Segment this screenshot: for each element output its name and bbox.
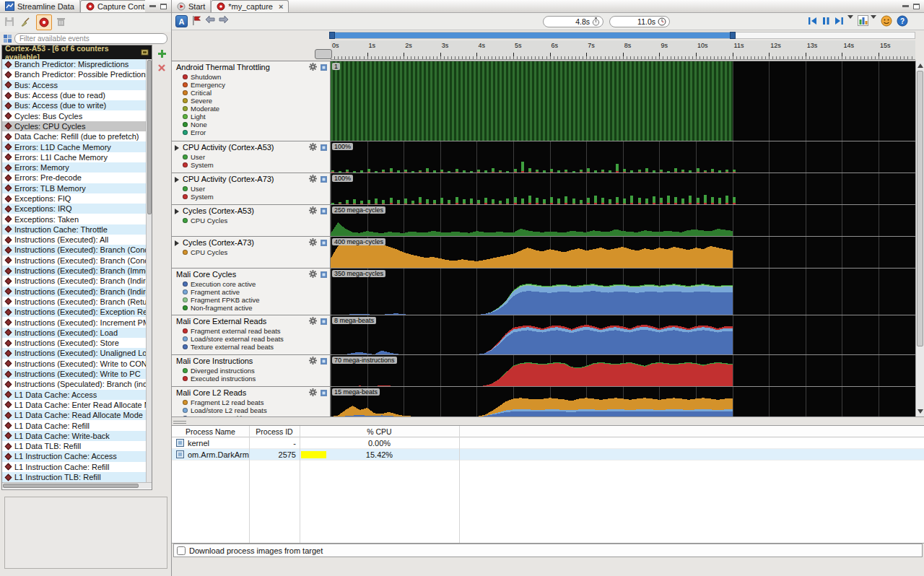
counter-list-item[interactable]: Errors: L1I Cache Memory — [2, 152, 147, 162]
counter-list-item[interactable]: Branch Predictor: Mispredictions — [2, 59, 147, 69]
counter-list-item[interactable]: L1 Data Cache: Write-back — [2, 431, 147, 441]
chart-canvas[interactable]: 8 mega-beats — [331, 315, 915, 354]
chart-settings-gear-icon[interactable] — [309, 206, 317, 216]
charts-vscrollbar[interactable] — [915, 61, 924, 416]
counter-list-item[interactable]: Instructions (Executed): Exception Retur — [2, 307, 147, 317]
counter-list-item[interactable]: Instructions (Executed): Branch (Indirec… — [2, 287, 147, 297]
counter-list-item[interactable]: Instructions (Executed): Write to PC — [2, 369, 147, 379]
chart-label-panel[interactable]: Mali Core L2 ReadsFragment L2 read beats… — [172, 387, 331, 416]
chart-config-icon[interactable] — [858, 15, 870, 27]
timeline-selection-track[interactable] — [331, 32, 915, 39]
chart-label-panel[interactable]: Mali Core External ReadsFragment externa… — [172, 315, 331, 354]
chart-color-box-icon[interactable] — [321, 208, 327, 214]
expander-icon[interactable] — [175, 177, 179, 183]
counter-list-item[interactable]: Instructions (Speculated): Branch (indir… — [2, 379, 147, 389]
goto-next-icon[interactable] — [218, 15, 230, 27]
expander-icon[interactable] — [175, 240, 179, 246]
counter-vscroll-thumb[interactable] — [147, 60, 152, 214]
charts-table-splitter[interactable] — [172, 416, 924, 426]
counter-list-item[interactable]: L1 Data Cache: Access — [2, 390, 147, 400]
remove-counter-button[interactable] — [155, 62, 168, 74]
chart-label-panel[interactable]: Android Thermal ThrottlingShutdownEmerge… — [172, 61, 331, 141]
chart-settings-gear-icon[interactable] — [309, 317, 317, 326]
chart-label-panel[interactable]: Cycles (Cortex-A73)CPU Cycles — [172, 237, 331, 268]
chart-color-box-icon[interactable] — [321, 318, 327, 325]
counter-list-item[interactable]: Instructions (Executed): Load — [2, 328, 147, 338]
column-divider[interactable] — [249, 426, 250, 544]
counter-list-item[interactable]: Instruction Cache: Throttle — [2, 224, 147, 235]
timeline-ruler[interactable]: 0s1s2s3s4s5s6s7s8s9s10s11s12s13s14s15s16… — [331, 40, 915, 60]
filter-input[interactable] — [14, 33, 167, 44]
chart-canvas[interactable]: 15 mega-beats — [331, 387, 915, 416]
save-icon[interactable] — [4, 17, 16, 28]
counter-list-item[interactable]: Instructions (Executed): All — [2, 235, 147, 245]
counter-list-item[interactable]: Exceptions: IRQ — [2, 204, 147, 214]
column-divider[interactable] — [459, 426, 460, 544]
counter-list-item[interactable]: Data Cache: Refill (due to prefetch) — [2, 131, 147, 141]
counter-list-item[interactable]: Bus: Access (due to read) — [2, 90, 147, 100]
left-tab[interactable]: Capture Cont... — [80, 0, 145, 12]
stop-capture-button[interactable] — [36, 14, 52, 30]
counter-list-item[interactable]: L1 Data Cache: Enter Read Allocate Mod — [2, 400, 147, 410]
chart-color-box-icon[interactable] — [321, 271, 327, 278]
download-images-checkbox[interactable] — [177, 546, 186, 555]
chart-settings-gear-icon[interactable] — [309, 143, 317, 152]
counter-list-item[interactable]: Errors: Pre-decode — [2, 173, 147, 183]
counter-list-item[interactable]: Exceptions: Taken — [2, 214, 147, 224]
dropdown-caret-icon[interactable] — [847, 15, 855, 27]
chart-label-panel[interactable]: Mali Core CyclesExecution core activeFra… — [172, 269, 331, 315]
scroll-down-icon[interactable] — [918, 409, 923, 414]
counter-list-item[interactable]: L1 Instruction TLB: Refill — [2, 472, 147, 482]
counter-list-item[interactable]: Exceptions: FIQ — [2, 193, 147, 204]
skip-to-end-icon[interactable] — [833, 15, 845, 27]
add-counter-button[interactable] — [155, 48, 168, 59]
counter-vscrollbar[interactable] — [146, 59, 152, 482]
counter-list-item[interactable]: L1 Data Cache: Refill — [2, 420, 147, 430]
chart-label-panel[interactable]: Mali Core InstructionsDiverged instructi… — [172, 355, 331, 386]
chart-canvas[interactable]: 100% — [331, 173, 915, 204]
counter-list-item[interactable]: Cycles: CPU Cycles — [2, 121, 147, 131]
counter-list-item[interactable]: Errors: TLB Memory — [2, 183, 147, 193]
table-row[interactable]: kernel-0.00% — [172, 437, 924, 449]
chart-color-box-icon[interactable] — [321, 358, 327, 365]
charts-vscroll-thumb[interactable] — [917, 71, 923, 346]
expander-icon[interactable] — [175, 145, 179, 151]
chart-settings-gear-icon[interactable] — [309, 388, 317, 398]
counter-list-item[interactable]: Bus: Access — [2, 80, 147, 90]
dropdown-caret-icon[interactable] — [871, 15, 878, 27]
chart-settings-gear-icon[interactable] — [309, 238, 317, 248]
clear-icon[interactable] — [20, 17, 32, 28]
chart-canvas[interactable]: 350 mega-cycles — [331, 269, 915, 315]
smiley-icon[interactable] — [881, 15, 893, 27]
counter-list-item[interactable]: Instructions (Executed): Branch (Indirec… — [2, 276, 147, 286]
chart-color-box-icon[interactable] — [321, 64, 327, 71]
splitter-grip-icon[interactable] — [173, 419, 186, 424]
chart-color-box-icon[interactable] — [321, 144, 327, 151]
counter-list-item[interactable]: L1 Instruction Cache: Refill — [2, 462, 147, 472]
counter-list-item[interactable]: Instructions (Executed): Unaligned Load — [2, 348, 147, 358]
timeline-selection-bar[interactable] — [331, 32, 733, 38]
left-tab[interactable]: Streamline Data — [0, 0, 80, 12]
right-tab[interactable]: Start — [172, 0, 211, 12]
table-column-header[interactable]: Process Name — [172, 426, 249, 437]
chart-canvas[interactable]: 250 mega-cycles — [331, 205, 915, 236]
counter-list-item[interactable]: Instructions (Executed): Branch (Immedi — [2, 266, 147, 276]
chart-canvas[interactable]: 70 mega-instructions — [331, 355, 915, 386]
selection-handle-right[interactable] — [730, 32, 736, 39]
chart-settings-gear-icon[interactable] — [309, 175, 317, 184]
help-icon[interactable]: ? — [897, 15, 909, 27]
minimize-icon[interactable] — [902, 5, 909, 7]
chart-label-panel[interactable]: CPU Activity (Cortex-A53)UserSystem — [172, 141, 331, 173]
chart-canvas[interactable]: 1 — [331, 61, 915, 141]
counter-list-item[interactable]: Instructions (Executed): Branch (Conditi — [2, 245, 147, 255]
table-column-header[interactable]: Process ID — [249, 426, 300, 437]
expander-icon[interactable] — [175, 209, 179, 214]
counter-list-item[interactable]: L1 Data TLB: Refill — [2, 441, 147, 451]
minimize-icon[interactable] — [149, 5, 156, 7]
bookmark-flag-icon[interactable] — [191, 15, 204, 27]
chart-color-box-icon[interactable] — [321, 240, 327, 246]
counter-list-item[interactable]: Instructions (Executed): Store — [2, 338, 147, 348]
right-tab[interactable]: *my_capture× — [211, 0, 289, 12]
restore-icon[interactable] — [160, 4, 167, 9]
table-row[interactable]: om.Arm.DarkArms257515.42% — [172, 449, 924, 461]
